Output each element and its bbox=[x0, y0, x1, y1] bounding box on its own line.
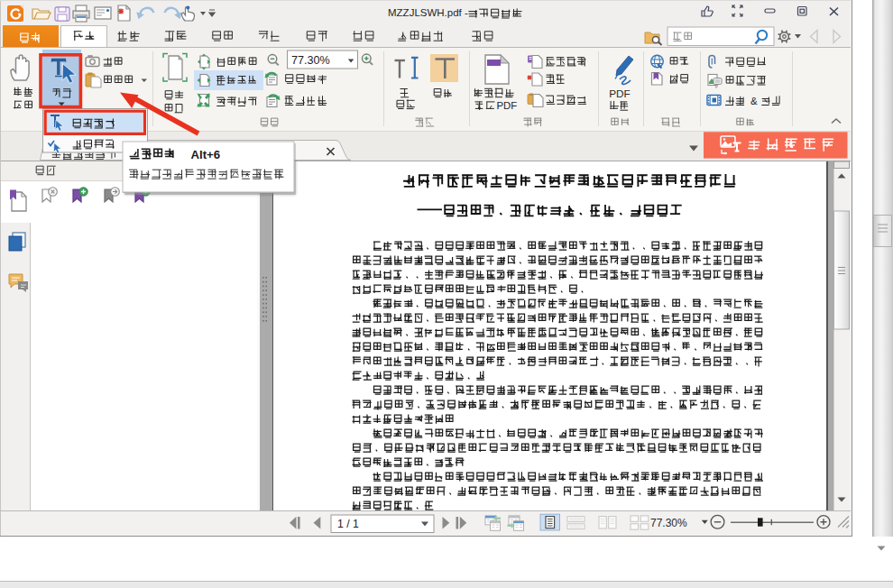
svg-text:MZZJLSWH.pdf -: MZZJLSWH.pdf - bbox=[388, 7, 468, 18]
svg-text:77.30%: 77.30% bbox=[650, 517, 687, 529]
svg-text:1 / 1: 1 / 1 bbox=[337, 518, 359, 530]
svg-text:PDF: PDF bbox=[609, 87, 631, 100]
svg-text:&: & bbox=[750, 96, 758, 106]
svg-text:Alt+6: Alt+6 bbox=[191, 148, 221, 161]
svg-text:PDF: PDF bbox=[497, 100, 518, 111]
svg-text:77.30%: 77.30% bbox=[291, 54, 330, 67]
